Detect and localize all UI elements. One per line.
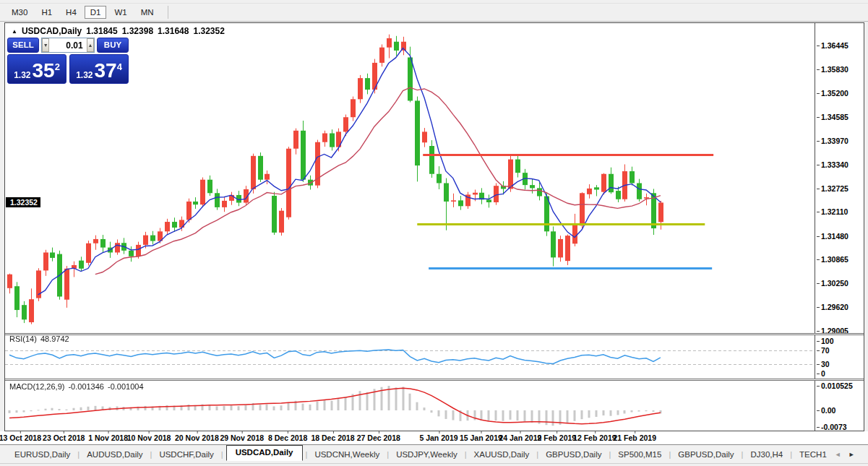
price-axis-label: 1.33340 xyxy=(821,160,848,169)
tabs-scroll-right-icon[interactable]: ► xyxy=(845,451,859,458)
volume-spinner: ▼ ▲ xyxy=(41,38,95,53)
macd-signal-value: -0.001004 xyxy=(108,382,144,391)
rsi-name: RSI(14) xyxy=(9,335,37,343)
tab-separator: | xyxy=(606,450,614,459)
tab-separator: | xyxy=(384,450,392,459)
tab-separator: | xyxy=(147,450,155,459)
chart-tab-tech1[interactable]: TECH1 xyxy=(795,448,831,461)
tab-separator: | xyxy=(218,450,226,459)
chart-tab-usdcnh-weekly[interactable]: USDCNH,Weekly xyxy=(310,448,384,461)
timeframe-button-m30[interactable]: M30 xyxy=(6,6,33,19)
price-axis-label: 1.36445 xyxy=(821,41,848,50)
chart-title: ▲ USDCAD,Daily 1.31845 1.32398 1.31648 1… xyxy=(12,26,225,36)
chart-symbol-label: USDCAD,Daily xyxy=(22,26,82,36)
chart-tab-gbpusd-daily[interactable]: GBPUSD,Daily xyxy=(541,448,606,461)
date-axis-label: 29 Nov 2018 xyxy=(220,433,264,442)
chart-tab-bar: EURUSD,Daily|AUDUSD,Daily|USDCHF,Daily|U… xyxy=(0,444,868,463)
chart-tab-dj30-h4[interactable]: DJ30,H4 xyxy=(746,448,787,461)
volume-decrease-icon[interactable]: ▼ xyxy=(42,38,49,52)
macd-axis-label: 0.00 xyxy=(821,406,835,415)
rsi-axis-label: 0 xyxy=(821,369,825,378)
timeframe-button-h1[interactable]: H1 xyxy=(35,6,58,19)
chart-window: 1.364451.358301.352001.345851.339701.333… xyxy=(4,22,864,431)
toolbar-separator xyxy=(168,6,168,19)
tab-separator: | xyxy=(533,450,541,459)
buy-button[interactable]: BUY xyxy=(97,38,129,53)
tab-separator: | xyxy=(739,450,747,459)
tab-separator: | xyxy=(666,450,674,459)
sell-price-main: 35 xyxy=(32,61,54,80)
tab-separator: | xyxy=(74,450,82,459)
tab-separator: | xyxy=(787,450,795,459)
date-axis-label: 13 Oct 2018 xyxy=(0,433,41,442)
ohlc-low: 1.31648 xyxy=(158,26,189,36)
one-click-trading-panel: SELL ▼ ▲ BUY 1.32 35 2 1.32 37 4 xyxy=(7,38,129,84)
date-axis-label: 1 Nov 2018 xyxy=(88,433,128,442)
sell-price-prefix: 1.32 xyxy=(14,70,30,80)
price-axis-label: 1.35830 xyxy=(821,65,848,74)
pane-separator-rsi[interactable] xyxy=(5,333,864,335)
price-axis: 1.364451.358301.352001.345851.339701.333… xyxy=(815,23,863,431)
price-axis-label: 1.35200 xyxy=(821,89,848,98)
rsi-axis-label: 70 xyxy=(821,346,830,355)
price-axis-label: 1.33970 xyxy=(821,137,848,145)
buy-price-pip: 4 xyxy=(117,61,122,72)
sell-price-button[interactable]: 1.32 35 2 xyxy=(7,54,66,84)
timeframe-button-w1[interactable]: W1 xyxy=(108,6,132,19)
tabs-scroll-left-icon[interactable]: ◄ xyxy=(831,451,845,458)
buy-price-main: 37 xyxy=(94,61,116,80)
timeframe-button-mn[interactable]: MN xyxy=(135,6,160,19)
macd-axis-label: 0.010525 xyxy=(821,381,853,390)
date-axis-label: 23 Oct 2018 xyxy=(43,433,85,442)
buy-price-button[interactable]: 1.32 37 4 xyxy=(69,54,129,84)
date-axis-label: 24 Jan 2019 xyxy=(499,433,541,442)
rsi-value: 48.9742 xyxy=(40,335,69,343)
macd-axis-label: -0.0073 xyxy=(821,423,847,431)
timeframe-button-d1[interactable]: D1 xyxy=(85,6,107,19)
price-axis-label: 1.30250 xyxy=(821,279,848,288)
price-chart-canvas[interactable] xyxy=(5,23,815,431)
date-axis-label: 18 Dec 2018 xyxy=(311,433,354,442)
price-axis-label: 1.30865 xyxy=(821,255,848,264)
ohlc-open: 1.31845 xyxy=(86,26,117,36)
chart-tab-xauusd-daily[interactable]: XAUUSD,Daily xyxy=(470,448,534,461)
tab-separator: | xyxy=(462,450,470,459)
tab-separator: | xyxy=(303,450,311,459)
sell-price-pip: 2 xyxy=(55,61,60,72)
chart-tab-gbpusd-daily[interactable]: GBPUSD,Daily xyxy=(674,448,738,461)
price-axis-label: 1.32110 xyxy=(821,207,848,216)
buy-price-prefix: 1.32 xyxy=(76,70,93,80)
timeframe-toolbar: M30 H1 H4 D1 W1 MN xyxy=(0,0,868,22)
window-collapse-icon[interactable]: ▲ xyxy=(12,28,17,35)
volume-increase-icon[interactable]: ▲ xyxy=(87,38,94,52)
price-axis-label: 1.31480 xyxy=(821,232,848,241)
date-axis-label: 12 Feb 2019 xyxy=(573,433,616,442)
bottom-strip xyxy=(0,463,868,466)
current-price-tag: 1.32352 xyxy=(6,197,40,207)
rsi-axis-label: 30 xyxy=(821,360,830,368)
rsi-indicator-label: RSI(14)48.9742 xyxy=(9,335,73,343)
date-axis-label: 2 Feb 2019 xyxy=(537,433,576,442)
chart-tab-usdcad-daily[interactable]: USDCAD,Daily xyxy=(226,445,303,461)
chart-tab-usdchf-daily[interactable]: USDCHF,Daily xyxy=(155,448,218,461)
pane-separator-macd[interactable] xyxy=(5,379,864,381)
price-axis-label: 1.32725 xyxy=(821,184,848,193)
chart-tab-audusd-daily[interactable]: AUDUSD,Daily xyxy=(82,448,147,461)
macd-name: MACD(12,26,9) xyxy=(9,382,64,391)
date-axis-label: 21 Feb 2019 xyxy=(613,433,656,442)
date-axis: 13 Oct 201823 Oct 20181 Nov 201810 Nov 2… xyxy=(0,431,868,444)
date-axis-label: 8 Dec 2018 xyxy=(268,433,307,442)
price-axis-label: 1.34585 xyxy=(821,113,848,121)
volume-input[interactable] xyxy=(49,38,86,52)
date-axis-label: 20 Nov 2018 xyxy=(175,433,219,442)
timeframe-button-h4[interactable]: H4 xyxy=(60,6,82,19)
date-axis-label: 15 Jan 2019 xyxy=(460,433,502,442)
ohlc-high: 1.32398 xyxy=(122,26,153,36)
sell-button[interactable]: SELL xyxy=(7,38,39,53)
rsi-axis-label: 100 xyxy=(821,337,834,345)
chart-tab-usdjpy-weekly[interactable]: USDJPY,Weekly xyxy=(392,448,462,461)
chart-tab-eurusd-daily[interactable]: EURUSD,Daily xyxy=(10,448,74,461)
macd-value: -0.001346 xyxy=(68,382,104,391)
macd-indicator-label: MACD(12,26,9)-0.001346-0.001004 xyxy=(9,382,147,391)
chart-tab-sp500-m15[interactable]: SP500,M15 xyxy=(614,448,666,461)
